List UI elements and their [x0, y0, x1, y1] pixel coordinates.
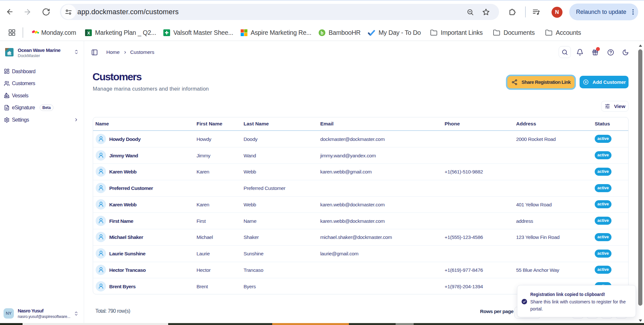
- svg-text:X: X: [87, 31, 90, 35]
- svg-text:b: b: [321, 30, 323, 35]
